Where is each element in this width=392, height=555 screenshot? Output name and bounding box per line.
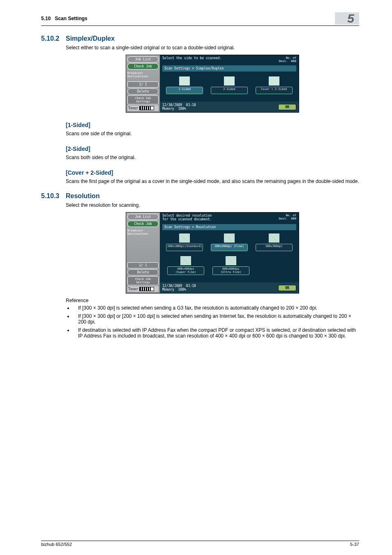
- subsection-title: [Cover + 2-Sided]: [66, 169, 359, 176]
- one-sided-icon: [179, 76, 190, 86]
- res-300x300-icon: [269, 234, 279, 243]
- chapter-badge: 5: [335, 12, 359, 25]
- ok-button[interactable]: OK: [278, 285, 296, 291]
- toner-gauge-icon: [139, 106, 154, 110]
- res-300x300-button[interactable]: 300x300dpi: [256, 244, 293, 251]
- toner-gauge-icon: [139, 287, 154, 291]
- reference-label: Reference: [66, 298, 359, 303]
- footer-page: 5-37: [350, 542, 359, 547]
- header-section: 5.10 Scan Settings: [41, 16, 88, 21]
- one-sided-button[interactable]: 1-Sided: [166, 87, 203, 94]
- page-indicator: 1/ 1: [127, 262, 159, 268]
- broadcast-label: Broadcast Destinations: [127, 229, 159, 236]
- res-200x200-icon: [224, 234, 235, 243]
- ok-button[interactable]: OK: [278, 104, 296, 110]
- section-title: Simplex/Duplex: [66, 35, 115, 42]
- subsection-title: [1-Sided]: [66, 122, 359, 128]
- job-list-button[interactable]: Job List: [127, 214, 159, 220]
- screenshot-resolution: Job List Check Job Broadcast Destination…: [126, 212, 299, 294]
- res-200x200-button[interactable]: 200x200dpi (Fine): [211, 244, 248, 251]
- cover-two-sided-button[interactable]: Cover + 2-Sided: [256, 87, 293, 94]
- page-footer: bizhub 652/552 5-37: [41, 541, 359, 547]
- res-600x600-button[interactable]: 600x600dpi (Ultra Fine): [212, 266, 249, 275]
- subsection-title: [2-Sided]: [66, 146, 359, 152]
- section-number: 5.10.3: [41, 192, 66, 200]
- res-400x400-icon: [180, 256, 191, 265]
- toner-row: Toner: [127, 286, 159, 292]
- footer-model: bizhub 652/552: [41, 542, 72, 547]
- dest-counter: No. of Dest. 000: [279, 57, 296, 63]
- list-item: If [300 × 300 dpi] is selected when send…: [73, 305, 359, 311]
- list-item: If [300 × 300 dpi] or [200 × 100 dpi] is…: [73, 313, 359, 325]
- list-item: If destination is selected with IP Addre…: [73, 327, 359, 339]
- breadcrumb: Scan Settings > Resolution: [162, 224, 296, 230]
- check-job-button[interactable]: Check Job: [127, 221, 159, 227]
- status-datetime: 12/30/2009 01:18 Memory 100%: [162, 103, 196, 111]
- status-datetime: 12/30/2009 01:18 Memory 100%: [162, 284, 196, 291]
- toner-row: Toner: [127, 105, 159, 111]
- section-intro: Select the resolution for scanning.: [66, 202, 359, 208]
- reference-list: If [300 × 300 dpi] is selected when send…: [66, 305, 359, 339]
- check-job-button[interactable]: Check Job: [127, 63, 159, 69]
- cover-two-sided-icon: [269, 76, 279, 86]
- section-intro: Select either to scan a single-sided ori…: [66, 45, 359, 51]
- res-200x100-icon: [179, 234, 190, 243]
- section-number: 5.10.2: [41, 35, 66, 42]
- two-sided-icon: [224, 76, 235, 86]
- page-indicator: 1/ 1: [127, 81, 159, 88]
- two-sided-button[interactable]: 2-Sided: [211, 87, 248, 94]
- job-list-button[interactable]: Job List: [127, 56, 159, 62]
- breadcrumb: Scan Settings > Simplex/Duplex: [162, 65, 296, 72]
- subsection-text: Scans one side of the original.: [66, 131, 359, 136]
- instruction-text: Select desired resolution for the scanne…: [162, 214, 212, 222]
- delete-button[interactable]: Delete: [127, 269, 159, 275]
- instruction-text: Select the side to be scanned.: [162, 57, 222, 63]
- check-settings-button[interactable]: Check Job Settings: [127, 95, 159, 104]
- check-settings-button[interactable]: Check Job Settings: [127, 276, 159, 285]
- res-600x600-icon: [226, 256, 236, 265]
- res-400x400-button[interactable]: 400x400dpi (Super Fine): [167, 266, 204, 275]
- delete-button[interactable]: Delete: [127, 88, 159, 95]
- res-200x100-button[interactable]: 200x100dpi(Standard): [166, 244, 203, 251]
- subsection-text: Scans both sides of the original.: [66, 155, 359, 160]
- broadcast-label: Broadcast Destinations: [127, 72, 159, 78]
- screenshot-simplex-duplex: Job List Check Job Broadcast Destination…: [126, 55, 299, 113]
- dest-counter: No. of Dest. 000: [279, 214, 296, 222]
- section-title: Resolution: [66, 192, 100, 200]
- subsection-text: Scans the first page of the original as …: [66, 178, 359, 184]
- page-header: 5.10 Scan Settings 5: [41, 12, 359, 26]
